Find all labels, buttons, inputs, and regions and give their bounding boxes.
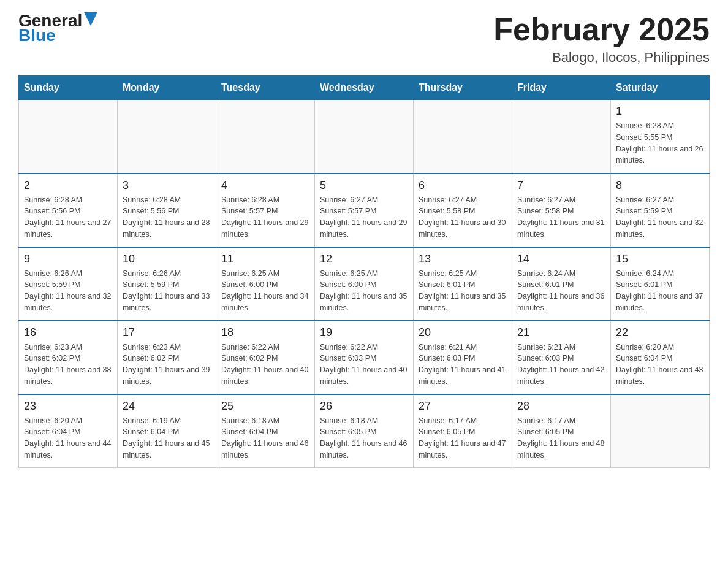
calendar-cell: 1Sunrise: 6:28 AMSunset: 5:55 PMDaylight… [611,100,710,174]
day-number: 4 [221,179,309,192]
header-cell-friday: Friday [512,76,611,100]
day-info: Sunrise: 6:23 AMSunset: 6:02 PMDaylight:… [24,342,112,388]
location-subtitle: Balogo, Ilocos, Philippines [493,50,710,66]
header-row: SundayMondayTuesdayWednesdayThursdayFrid… [19,76,710,100]
day-number: 23 [24,400,112,413]
calendar-cell: 21Sunrise: 6:21 AMSunset: 6:03 PMDayligh… [512,321,611,394]
day-number: 27 [419,400,507,413]
day-number: 13 [419,253,507,266]
calendar-cell [19,100,118,174]
day-number: 22 [616,326,704,339]
calendar-cell: 14Sunrise: 6:24 AMSunset: 6:01 PMDayligh… [512,247,611,321]
week-row-1: 1Sunrise: 6:28 AMSunset: 5:55 PMDaylight… [19,100,710,174]
day-number: 20 [419,326,507,339]
day-info: Sunrise: 6:28 AMSunset: 5:55 PMDaylight:… [616,120,704,166]
calendar-body: 1Sunrise: 6:28 AMSunset: 5:55 PMDaylight… [19,100,710,468]
calendar-cell: 7Sunrise: 6:27 AMSunset: 5:58 PMDaylight… [512,174,611,247]
header-cell-tuesday: Tuesday [216,76,315,100]
calendar-cell: 25Sunrise: 6:18 AMSunset: 6:04 PMDayligh… [216,394,315,468]
calendar-cell: 16Sunrise: 6:23 AMSunset: 6:02 PMDayligh… [19,321,118,394]
day-number: 2 [24,179,112,192]
calendar-cell: 26Sunrise: 6:18 AMSunset: 6:05 PMDayligh… [315,394,414,468]
calendar-cell: 4Sunrise: 6:28 AMSunset: 5:57 PMDaylight… [216,174,315,247]
day-number: 1 [616,105,704,118]
calendar-cell: 13Sunrise: 6:25 AMSunset: 6:01 PMDayligh… [414,247,512,321]
header-cell-thursday: Thursday [414,76,512,100]
calendar-cell [512,100,611,174]
calendar-cell [611,394,710,468]
day-info: Sunrise: 6:17 AMSunset: 6:05 PMDaylight:… [517,415,605,461]
calendar-cell: 18Sunrise: 6:22 AMSunset: 6:02 PMDayligh… [216,321,315,394]
day-info: Sunrise: 6:27 AMSunset: 5:58 PMDaylight:… [517,194,605,240]
header-cell-monday: Monday [118,76,216,100]
day-number: 21 [517,326,605,339]
calendar-cell [216,100,315,174]
calendar-cell: 17Sunrise: 6:23 AMSunset: 6:02 PMDayligh… [118,321,216,394]
day-info: Sunrise: 6:27 AMSunset: 5:58 PMDaylight:… [419,194,507,240]
calendar-cell [118,100,216,174]
day-info: Sunrise: 6:25 AMSunset: 6:00 PMDaylight:… [320,268,408,314]
calendar-cell: 27Sunrise: 6:17 AMSunset: 6:05 PMDayligh… [414,394,512,468]
calendar-cell: 2Sunrise: 6:28 AMSunset: 5:56 PMDaylight… [19,174,118,247]
day-info: Sunrise: 6:17 AMSunset: 6:05 PMDaylight:… [419,415,507,461]
day-info: Sunrise: 6:27 AMSunset: 5:59 PMDaylight:… [616,194,704,240]
week-row-2: 2Sunrise: 6:28 AMSunset: 5:56 PMDaylight… [19,174,710,247]
calendar-cell: 3Sunrise: 6:28 AMSunset: 5:56 PMDaylight… [118,174,216,247]
calendar-cell [315,100,414,174]
day-info: Sunrise: 6:18 AMSunset: 6:05 PMDaylight:… [320,415,408,461]
calendar-cell: 11Sunrise: 6:25 AMSunset: 6:00 PMDayligh… [216,247,315,321]
calendar-cell: 23Sunrise: 6:20 AMSunset: 6:04 PMDayligh… [19,394,118,468]
calendar-cell: 8Sunrise: 6:27 AMSunset: 5:59 PMDaylight… [611,174,710,247]
day-info: Sunrise: 6:20 AMSunset: 6:04 PMDaylight:… [24,415,112,461]
calendar-header: SundayMondayTuesdayWednesdayThursdayFrid… [19,76,710,100]
logo-arrow-icon [84,12,97,26]
svg-marker-0 [84,12,97,26]
title-section: February 2025 Balogo, Ilocos, Philippine… [493,12,710,66]
day-info: Sunrise: 6:27 AMSunset: 5:57 PMDaylight:… [320,194,408,240]
day-number: 3 [123,179,211,192]
day-number: 19 [320,326,408,339]
calendar-cell: 19Sunrise: 6:22 AMSunset: 6:03 PMDayligh… [315,321,414,394]
day-number: 28 [517,400,605,413]
day-info: Sunrise: 6:28 AMSunset: 5:57 PMDaylight:… [221,194,309,240]
day-number: 12 [320,253,408,266]
day-info: Sunrise: 6:22 AMSunset: 6:03 PMDaylight:… [320,342,408,388]
day-number: 17 [123,326,211,339]
day-number: 25 [221,400,309,413]
month-title: February 2025 [493,12,710,47]
day-number: 10 [123,253,211,266]
header-cell-sunday: Sunday [19,76,118,100]
calendar-cell: 20Sunrise: 6:21 AMSunset: 6:03 PMDayligh… [414,321,512,394]
day-number: 14 [517,253,605,266]
day-info: Sunrise: 6:23 AMSunset: 6:02 PMDaylight:… [123,342,211,388]
day-number: 18 [221,326,309,339]
day-info: Sunrise: 6:28 AMSunset: 5:56 PMDaylight:… [123,194,211,240]
day-info: Sunrise: 6:22 AMSunset: 6:02 PMDaylight:… [221,342,309,388]
day-info: Sunrise: 6:24 AMSunset: 6:01 PMDaylight:… [616,268,704,314]
day-info: Sunrise: 6:21 AMSunset: 6:03 PMDaylight:… [419,342,507,388]
calendar-cell: 12Sunrise: 6:25 AMSunset: 6:00 PMDayligh… [315,247,414,321]
calendar-cell: 10Sunrise: 6:26 AMSunset: 5:59 PMDayligh… [118,247,216,321]
day-number: 6 [419,179,507,192]
day-number: 11 [221,253,309,266]
day-number: 5 [320,179,408,192]
calendar-cell: 28Sunrise: 6:17 AMSunset: 6:05 PMDayligh… [512,394,611,468]
day-number: 16 [24,326,112,339]
week-row-3: 9Sunrise: 6:26 AMSunset: 5:59 PMDaylight… [19,247,710,321]
day-number: 24 [123,400,211,413]
calendar-table: SundayMondayTuesdayWednesdayThursdayFrid… [18,75,710,468]
calendar-cell [414,100,512,174]
day-info: Sunrise: 6:26 AMSunset: 5:59 PMDaylight:… [24,268,112,314]
day-info: Sunrise: 6:20 AMSunset: 6:04 PMDaylight:… [616,342,704,388]
calendar-cell: 9Sunrise: 6:26 AMSunset: 5:59 PMDaylight… [19,247,118,321]
day-info: Sunrise: 6:21 AMSunset: 6:03 PMDaylight:… [517,342,605,388]
day-info: Sunrise: 6:18 AMSunset: 6:04 PMDaylight:… [221,415,309,461]
day-number: 15 [616,253,704,266]
day-info: Sunrise: 6:24 AMSunset: 6:01 PMDaylight:… [517,268,605,314]
calendar-cell: 24Sunrise: 6:19 AMSunset: 6:04 PMDayligh… [118,394,216,468]
calendar-cell: 5Sunrise: 6:27 AMSunset: 5:57 PMDaylight… [315,174,414,247]
logo: General Blue [18,12,97,44]
header-cell-saturday: Saturday [611,76,710,100]
calendar-cell: 22Sunrise: 6:20 AMSunset: 6:04 PMDayligh… [611,321,710,394]
day-info: Sunrise: 6:28 AMSunset: 5:56 PMDaylight:… [24,194,112,240]
